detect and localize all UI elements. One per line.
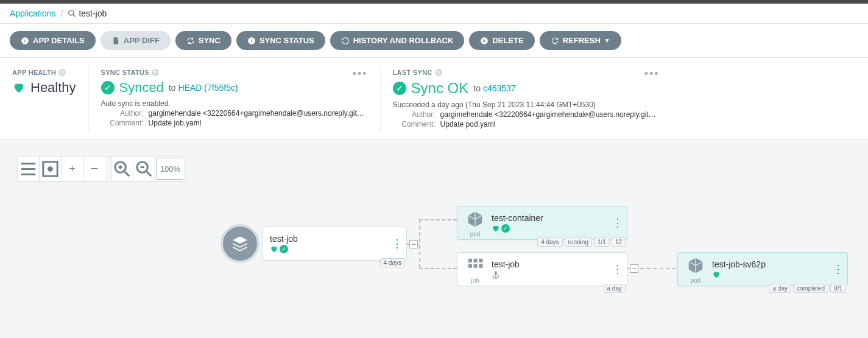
sync-rev-link[interactable]: HEAD (7f55f5c) (178, 83, 238, 93)
svg-rect-25 (474, 264, 478, 267)
sync-comment: Update job.yaml (149, 119, 202, 127)
sync-icon (186, 37, 195, 45)
stack-icon (231, 235, 249, 252)
node-title: test-job-sv62p (712, 259, 766, 269)
state-tag: running (565, 238, 592, 247)
svg-rect-3 (24, 40, 25, 42)
grid-icon (465, 255, 485, 276)
help-icon[interactable]: ? (435, 69, 442, 76)
node-kind-label: pod (691, 277, 701, 284)
info-icon (21, 37, 29, 45)
heart-icon (492, 224, 500, 233)
svg-rect-7 (251, 38, 252, 39)
ready-tag: 1/1 (594, 238, 610, 247)
cube-icon (685, 255, 706, 276)
last-sync-status: Sync OK (411, 80, 469, 97)
age-tag: a day (769, 284, 791, 293)
state-tag: completed (793, 284, 828, 293)
node-kind-label: job (471, 277, 479, 284)
node-container-pod[interactable]: pod test-container ✓ ⋮ 4 days running 1/… (457, 206, 627, 240)
age-tag: 4 days (537, 238, 562, 247)
last-sync-menu-button[interactable]: ••• (644, 68, 660, 80)
last-sync-comment: Update pod.yaml (440, 120, 496, 129)
check-circle-icon: ✓ (501, 224, 510, 233)
node-kind-label: pod (470, 231, 481, 238)
last-sync-succeeded: Succeeded a day ago (Thu Sep 21 2023 11:… (393, 100, 660, 109)
chevron-down-icon: ▼ (604, 37, 610, 44)
sync-author: gargimehendale <32220664+gargimehendale@… (149, 109, 368, 118)
sync-to-text: to HEAD (7f55f5c) (169, 83, 238, 93)
refresh-button[interactable]: REFRESH ▼ (540, 31, 621, 50)
node-menu-button[interactable]: ⋮ (392, 237, 403, 250)
node-title: test-job (270, 234, 298, 244)
svg-point-13 (49, 167, 52, 171)
svg-point-27 (495, 272, 496, 273)
sync-menu-button[interactable]: ••• (353, 68, 368, 80)
tree-canvas[interactable]: + − 100% test-job ✓ ⋮ 4 days − pod (0, 140, 868, 335)
tree-controls: + − 100% (17, 156, 185, 181)
health-status: Healthy (30, 80, 76, 96)
health-panel: APP HEALTH ? Healthy (0, 65, 89, 132)
svg-rect-23 (479, 258, 482, 262)
help-icon[interactable]: ? (152, 69, 159, 76)
breadcrumb-applications-link[interactable]: Applications (10, 9, 56, 18)
search-zoom-in-button[interactable] (111, 157, 133, 181)
sync-status-button[interactable]: SYNC STATUS (236, 31, 325, 50)
svg-rect-21 (468, 258, 472, 262)
sync-status-label: SYNC STATUS ? (101, 69, 368, 76)
ready-tag: 0/1 (830, 284, 846, 293)
collapse-toggle[interactable]: − (630, 264, 638, 273)
app-diff-button[interactable]: APP DIFF (101, 31, 171, 50)
delete-icon (480, 37, 489, 45)
restarts-tag: 12 (612, 238, 626, 247)
breadcrumb-current-text: test-job (79, 9, 107, 18)
heart-icon (712, 270, 721, 279)
layout-network-button[interactable] (40, 157, 62, 181)
last-sync-author: gargimehendale <32220664+gargimehendale@… (440, 110, 660, 119)
auto-sync-text: Auto sync is enabled. (101, 99, 368, 108)
breadcrumb-current[interactable]: test-job (68, 9, 107, 18)
breadcrumb: Applications / test-job (0, 4, 868, 24)
node-app-root[interactable]: test-job ✓ ⋮ 4 days (262, 227, 407, 261)
search-zoom-out-button[interactable] (133, 157, 155, 181)
zoom-level[interactable]: 100% (157, 158, 183, 180)
refresh-icon (551, 37, 559, 45)
last-sync-label: LAST SYNC ? (393, 69, 660, 76)
delete-button[interactable]: DELETE (469, 31, 534, 50)
help-icon[interactable]: ? (58, 69, 66, 76)
svg-rect-6 (251, 40, 252, 42)
svg-rect-4 (24, 38, 25, 39)
last-sync-rev-link[interactable]: c463537 (483, 83, 516, 93)
collapse-toggle[interactable]: − (409, 240, 418, 248)
zoom-in-button[interactable]: + (62, 157, 83, 181)
svg-line-15 (125, 171, 129, 175)
heart-icon (270, 245, 278, 253)
node-title: test-job (492, 259, 520, 269)
node-menu-button[interactable]: ⋮ (612, 216, 623, 230)
node-menu-button[interactable]: ⋮ (612, 262, 623, 276)
history-icon (341, 37, 350, 45)
toolbar: APP DETAILS APP DIFF SYNC SYNC STATUS HI… (0, 24, 868, 58)
node-job[interactable]: job test-job ⋮ a day (457, 252, 627, 286)
svg-line-1 (73, 15, 76, 17)
svg-rect-26 (479, 264, 482, 267)
last-sync-panel: ••• LAST SYNC ? ✓ Sync OK to c463537 Suc… (381, 65, 672, 132)
summary-panel: APP HEALTH ? Healthy ••• SYNC STATUS ? ✓… (0, 58, 868, 140)
sync-button[interactable]: SYNC (175, 31, 231, 50)
zoom-out-button[interactable]: − (83, 157, 105, 181)
svg-rect-22 (474, 258, 478, 262)
sync-status-panel: ••• SYNC STATUS ? ✓ Synced to HEAD (7f55… (89, 65, 381, 132)
cube-icon (465, 209, 485, 230)
svg-point-0 (69, 10, 74, 15)
node-menu-button[interactable]: ⋮ (833, 262, 844, 276)
node-title: test-container (492, 213, 543, 223)
layout-horizontal-button[interactable] (18, 157, 40, 181)
app-details-button[interactable]: APP DETAILS (10, 31, 96, 50)
check-circle-icon: ✓ (101, 81, 115, 94)
node-job-pod[interactable]: pod test-job-sv62p ⋮ a day completed 0/1 (677, 252, 848, 286)
svg-rect-24 (468, 264, 472, 267)
anchor-icon (492, 270, 500, 279)
app-root-icon[interactable] (221, 224, 259, 263)
history-rollback-button[interactable]: HISTORY AND ROLLBACK (330, 31, 465, 50)
age-tag: 4 days (380, 258, 405, 267)
